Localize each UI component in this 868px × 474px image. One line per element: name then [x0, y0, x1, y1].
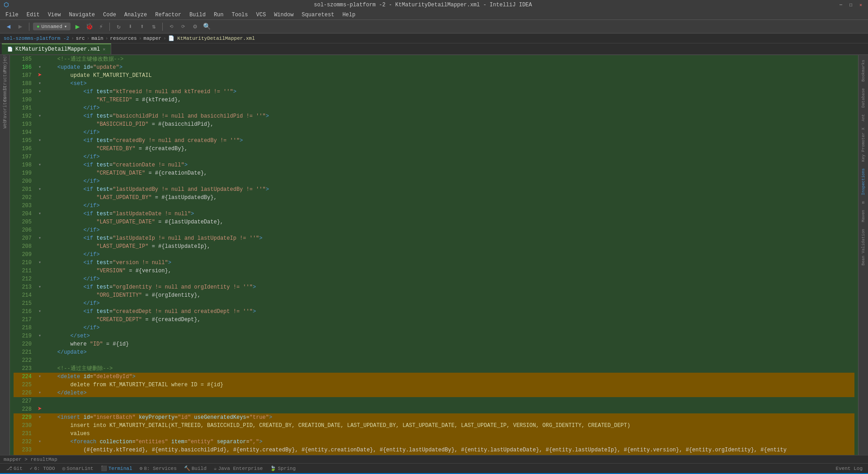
build-tab[interactable]: 🔨 Build [181, 465, 209, 471]
maximize-button[interactable]: □ [847, 1, 854, 9]
menu-window[interactable]: Window [270, 11, 297, 19]
services-tab[interactable]: ⚙ 8: Services [137, 465, 179, 471]
redo-button[interactable]: ⟳ [178, 22, 188, 32]
code-187: update KT_MATURITY_DETAIL [44, 71, 854, 80]
update-button[interactable]: ↻ [113, 22, 123, 32]
fold-icon-186[interactable]: ▾ [38, 63, 41, 71]
menu-refactor[interactable]: Refactor [151, 11, 185, 19]
gutter-189: ▾ [35, 88, 44, 96]
menu-analyze[interactable]: Analyze [121, 11, 151, 19]
menu-run[interactable]: Run [210, 11, 227, 19]
fold-icon-195[interactable]: ▾ [38, 137, 41, 145]
line-192: 192 ▾ <if test="basicchildPid != null an… [14, 112, 854, 120]
menu-view[interactable]: View [44, 11, 65, 19]
code-190: "KT_TREEID" = #{ktTreeid}, [44, 96, 854, 104]
fold-icon-216[interactable]: ▾ [38, 308, 41, 316]
favorites-tool-button[interactable]: Favorites [1, 105, 9, 113]
menu-build[interactable]: Build [186, 11, 209, 19]
menu-code[interactable]: Code [99, 11, 120, 19]
line-222: 222 [14, 356, 854, 365]
linenum-228: 228 [14, 405, 35, 413]
linenum-208: 208 [14, 242, 35, 251]
fold-icon-210[interactable]: ▾ [38, 259, 41, 267]
fold-icon-207[interactable]: ▾ [38, 234, 41, 242]
fold-icon-204[interactable]: ▾ [38, 210, 41, 218]
linenum-230: 230 [14, 422, 35, 430]
fold-icon-224[interactable]: ▾ [38, 373, 41, 381]
event-log-tab[interactable]: Event Log [834, 466, 864, 471]
code-198: <if test="creationDate != null"> [44, 161, 854, 169]
todo-tab[interactable]: ✓ 6: TODO [27, 465, 58, 471]
search-everywhere-button[interactable]: 🔍 [202, 22, 212, 32]
bc-project[interactable]: sol-szomms-platform -2 [4, 36, 69, 41]
gutter-228: ➤ [35, 405, 44, 413]
linenum-211: 211 [14, 267, 35, 275]
menu-squaretest[interactable]: Squaretest [298, 11, 338, 19]
git-push-button[interactable]: ⬆ [137, 22, 147, 32]
gutter-195: ▾ [35, 137, 44, 145]
bean-validation-tool[interactable]: Bean Validation [860, 226, 867, 268]
fold-icon-201[interactable]: ▾ [38, 185, 41, 194]
menu-tools[interactable]: Tools [228, 11, 252, 19]
bc-main[interactable]: main [91, 36, 103, 41]
bc-src[interactable]: src [76, 36, 85, 41]
git-tab[interactable]: ⎇ Git [4, 465, 25, 471]
linenum-204: 204 [14, 210, 35, 218]
git-fetch-button[interactable]: ⬇ [125, 22, 135, 32]
structure-tool-button[interactable]: Structure [1, 74, 9, 82]
bc-mapper[interactable]: mapper [143, 36, 161, 41]
run-config-name: Unnamed [42, 24, 62, 29]
code-200: </if> [44, 177, 854, 185]
fold-icon-198[interactable]: ▾ [38, 161, 41, 169]
inspections-tool[interactable]: Inspections [860, 166, 867, 198]
linenum-192: 192 [14, 112, 35, 120]
database-tool[interactable]: Database [860, 85, 867, 110]
linenum-209: 209 [14, 251, 35, 259]
run-button[interactable]: ▶ [72, 22, 82, 32]
fold-icon-232[interactable]: ▾ [38, 438, 41, 446]
settings-button[interactable]: ⚙ [190, 22, 200, 32]
run-config-selector[interactable]: ● Unnamed ▾ [33, 23, 71, 30]
java-enterprise-tab[interactable]: ☕ Java Enterprise [211, 465, 266, 471]
minimize-button[interactable]: ─ [837, 1, 844, 9]
bc-resources[interactable]: resources [110, 36, 137, 41]
ant-tool[interactable]: Ant [860, 111, 867, 124]
fold-icon-213[interactable]: ▾ [38, 283, 41, 291]
forward-button[interactable]: ▶ [15, 22, 25, 32]
arrow-icon-228: ➤ [38, 405, 42, 413]
bookmarks-tool[interactable]: Bookmarks [860, 57, 867, 85]
code-224: <delete id="deleteById"> [44, 373, 854, 381]
fold-icon-192[interactable]: ▾ [38, 112, 41, 120]
active-tab[interactable]: 📄 KtMaturityDetailMapper.xml ✕ [2, 43, 111, 54]
linenum-216: 216 [14, 308, 35, 316]
terminal-tab[interactable]: ⬛ Terminal [98, 465, 135, 471]
tab-close-button[interactable]: ✕ [103, 47, 105, 52]
fold-icon-226[interactable]: ▾ [38, 389, 41, 397]
menu-vcs[interactable]: VCS [253, 11, 270, 19]
menu-edit[interactable]: Edit [23, 11, 43, 19]
profile-button[interactable]: ⚡ [96, 22, 106, 32]
menu-help[interactable]: Help [339, 11, 359, 19]
fold-icon-188[interactable]: ▾ [38, 80, 41, 88]
back-button[interactable]: ◀ [4, 22, 14, 32]
git-pull-button[interactable]: ⇅ [149, 22, 159, 32]
sonarlint-tab[interactable]: ◎ SonarLint [60, 465, 96, 471]
line-220: 220 where "ID" = #{id} [14, 340, 854, 348]
spring-tab[interactable]: 🍃 Spring [267, 465, 298, 471]
web-tool-button[interactable]: Web [1, 120, 9, 128]
fold-icon-189[interactable]: ▾ [38, 88, 41, 96]
close-button[interactable]: ✕ [857, 1, 864, 9]
m-tool[interactable]: m [860, 199, 867, 206]
menu-navigate[interactable]: Navigate [65, 11, 99, 19]
code-editor[interactable]: 185 <!--通过主键修改数据--> 186 ▾ <update id="up… [10, 55, 858, 455]
menu-file[interactable]: File [2, 11, 22, 19]
maven-tool[interactable]: Maven [860, 207, 867, 225]
key-promoter-tool[interactable]: Key Promoter X [860, 125, 867, 165]
bc-file[interactable]: 📄 KtMaturityDetailMapper.xml [168, 35, 255, 41]
fold-icon-229[interactable]: ▾ [38, 413, 41, 422]
debug-button[interactable]: 🐞 [84, 22, 94, 32]
undo-button[interactable]: ⟲ [166, 22, 176, 32]
fold-icon-219[interactable]: ▾ [38, 332, 41, 340]
linenum-203: 203 [14, 202, 35, 210]
line-232: 232 ▾ <foreach collection="entities" ite… [14, 438, 854, 446]
